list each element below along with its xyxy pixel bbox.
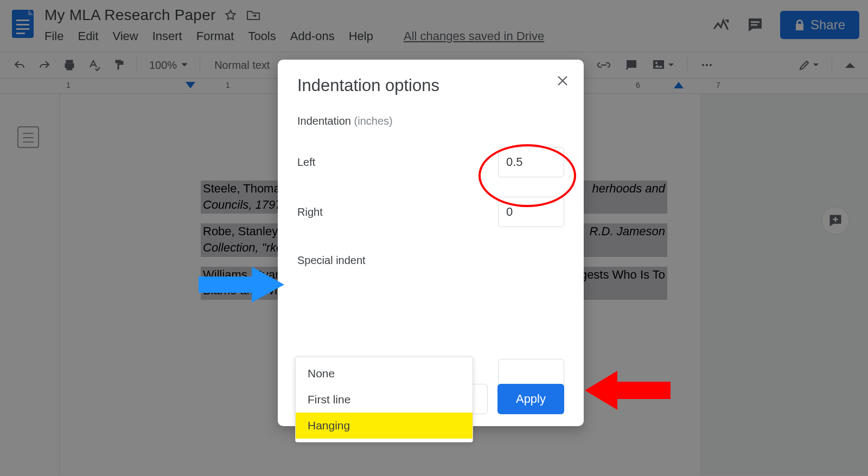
print-button[interactable] [59,56,80,74]
lock-icon [794,19,805,31]
outline-panel [0,94,60,475]
menu-file[interactable]: File [44,29,63,43]
menu-help[interactable]: Help [349,29,373,43]
ruler-tick: 6 [636,81,640,89]
left-indent-marker[interactable] [186,82,195,88]
svg-rect-2 [16,24,29,25]
indentation-section-heading: Indentation (inches) [297,115,564,127]
svg-point-12 [710,64,712,66]
menu-tools[interactable]: Tools [248,29,276,43]
special-indent-option-firstline[interactable]: First line [296,387,473,413]
close-button[interactable] [557,75,569,87]
more-button[interactable] [696,56,718,74]
right-indent-input[interactable] [498,197,564,227]
special-indent-label: Special indent [297,254,564,267]
ruler-tick: 1 [66,81,71,89]
right-indent-marker[interactable] [674,82,684,88]
special-indent-dropdown[interactable]: None First line Hanging [295,357,473,442]
dialog-title: Indentation options [297,76,564,95]
zoom-value: 100% [149,59,177,72]
indentation-options-dialog: Indentation options Indentation (inches)… [278,60,584,426]
star-icon[interactable] [224,9,237,22]
menu-bar: File Edit View Insert Format Tools Add-o… [44,29,712,43]
menu-edit[interactable]: Edit [78,29,98,43]
insert-comment-button[interactable] [621,56,642,74]
paint-format-button[interactable] [108,56,130,74]
svg-rect-1 [16,20,29,21]
redo-button[interactable] [34,56,55,74]
left-indent-input[interactable] [498,147,564,177]
ruler-tick: 1 [226,81,230,89]
apply-button[interactable]: Apply [497,384,564,414]
insert-image-button[interactable] [648,56,678,74]
comments-icon[interactable] [746,16,764,34]
menu-format[interactable]: Format [196,29,234,43]
share-label: Share [810,17,845,33]
right-indent-label: Right [297,206,323,218]
svg-rect-3 [16,28,29,30]
ruler-tick: 7 [716,81,720,89]
chevron-down-icon [668,62,674,68]
insert-link-button[interactable] [592,56,615,74]
svg-point-11 [706,64,708,66]
svg-point-10 [702,64,704,66]
special-indent-option-hanging[interactable]: Hanging [296,413,473,439]
svg-rect-6 [751,24,757,26]
spellcheck-button[interactable] [84,56,105,74]
paragraph-style-value: Normal text [214,59,270,71]
paragraph-style-selector[interactable]: Normal text [207,57,277,74]
share-button[interactable]: Share [780,11,859,39]
activity-icon[interactable] [712,16,730,34]
menu-view[interactable]: View [112,29,138,43]
chevron-down-icon [181,62,188,68]
add-comment-icon [828,213,843,228]
menu-insert[interactable]: Insert [152,29,182,43]
chevron-down-icon [813,62,819,68]
svg-rect-5 [751,21,760,23]
document-title[interactable]: My MLA Research Paper [44,7,215,24]
left-indent-label: Left [297,156,315,169]
expand-button[interactable] [841,58,859,72]
close-icon [557,75,569,87]
move-icon[interactable] [246,9,261,22]
menu-addons[interactable]: Add-ons [290,29,335,43]
editing-mode-button[interactable] [794,56,823,74]
special-indent-option-none[interactable]: None [296,361,473,387]
outline-toggle-icon[interactable] [17,126,39,148]
add-comment-button[interactable] [821,207,850,235]
svg-point-9 [655,62,658,64]
docs-logo-icon [10,8,36,40]
zoom-selector[interactable]: 100% [144,57,193,74]
save-status[interactable]: All changes saved in Drive [404,29,544,43]
undo-button[interactable] [9,56,30,74]
svg-rect-4 [16,33,25,34]
